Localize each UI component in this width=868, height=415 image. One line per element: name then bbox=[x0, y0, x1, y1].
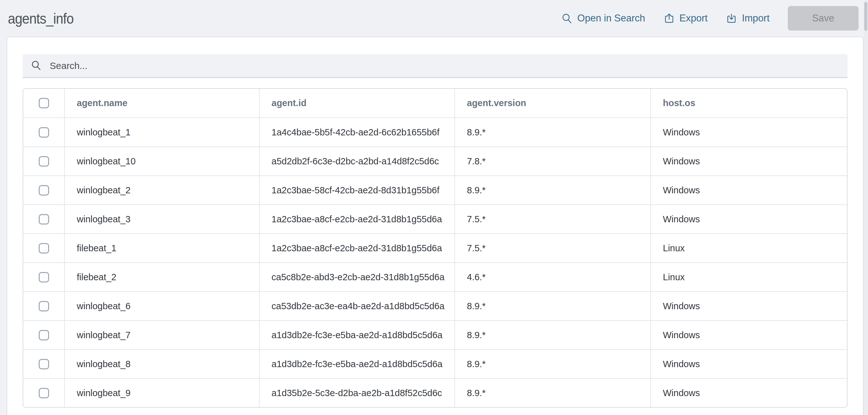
import-label: Import bbox=[742, 12, 770, 24]
column-header-agent-name[interactable]: agent.name bbox=[64, 89, 259, 118]
column-header-host-os[interactable]: host.os bbox=[651, 89, 847, 118]
row-checkbox[interactable] bbox=[39, 156, 49, 167]
table-row: winlogbeat_10 a5d2db2f-6c3e-d2bc-a2bd-a1… bbox=[23, 147, 847, 176]
cell-agent-name: winlogbeat_2 bbox=[64, 176, 259, 205]
cell-agent-id: 1a2c3bae-58cf-42cb-ae2d-8d31b1g55b6f bbox=[259, 176, 455, 205]
cell-host-os: Windows bbox=[651, 379, 847, 407]
scrollbar-track[interactable] bbox=[864, 0, 868, 415]
export-icon bbox=[663, 12, 675, 24]
row-checkbox[interactable] bbox=[39, 272, 49, 283]
save-button[interactable]: Save bbox=[788, 6, 859, 31]
cell-agent-name: filebeat_2 bbox=[64, 263, 259, 292]
cell-host-os: Windows bbox=[651, 118, 847, 147]
search-icon bbox=[31, 60, 49, 72]
toolbar: Open in Search Export bbox=[561, 6, 859, 31]
import-button[interactable]: Import bbox=[726, 12, 770, 24]
cell-agent-version: 8.9.* bbox=[455, 292, 651, 321]
row-checkbox[interactable] bbox=[39, 388, 49, 398]
row-checkbox[interactable] bbox=[39, 243, 49, 254]
row-checkbox[interactable] bbox=[39, 301, 49, 312]
cell-agent-id: a1d3db2e-fc3e-e5ba-ae2d-a1d8bd5c5d6a bbox=[259, 350, 455, 379]
cell-host-os: Linux bbox=[651, 234, 847, 263]
row-select-cell bbox=[23, 350, 64, 379]
cell-agent-name: winlogbeat_1 bbox=[64, 118, 259, 147]
search-box bbox=[23, 54, 847, 78]
row-select-cell bbox=[23, 263, 64, 292]
row-select-cell bbox=[23, 292, 64, 321]
cell-agent-id: 1a2c3bae-a8cf-e2cb-ae2d-31d8b1g55d6a bbox=[259, 234, 455, 263]
cell-agent-id: a1d35b2e-5c3e-d2ba-ae2b-a1d8f52c5d6c bbox=[259, 379, 455, 407]
table-row: winlogbeat_7 a1d3db2e-fc3e-e5ba-ae2d-a1d… bbox=[23, 321, 847, 350]
cell-agent-id: a1d3db2e-fc3e-e5ba-ae2d-a1d8bd5c5d6a bbox=[259, 321, 455, 350]
search-icon bbox=[561, 12, 572, 24]
column-header-agent-version[interactable]: agent.version bbox=[455, 89, 651, 118]
table-row: winlogbeat_1 1a4c4bae-5b5f-42cb-ae2d-6c6… bbox=[23, 118, 847, 147]
export-button[interactable]: Export bbox=[663, 12, 708, 24]
cell-agent-version: 8.9.* bbox=[455, 176, 651, 205]
row-checkbox[interactable] bbox=[39, 185, 49, 196]
row-checkbox[interactable] bbox=[39, 127, 49, 138]
table-row: winlogbeat_8 a1d3db2e-fc3e-e5ba-ae2d-a1d… bbox=[23, 350, 847, 379]
row-select-cell bbox=[23, 147, 64, 176]
cell-agent-version: 7.8.* bbox=[455, 147, 651, 176]
table-row: filebeat_1 1a2c3bae-a8cf-e2cb-ae2d-31d8b… bbox=[23, 234, 847, 263]
cell-agent-name: winlogbeat_8 bbox=[64, 350, 259, 379]
table-row: winlogbeat_6 ca53db2e-ac3e-ea4b-ae2d-a1d… bbox=[23, 292, 847, 321]
table-row: winlogbeat_9 a1d35b2e-5c3e-d2ba-ae2b-a1d… bbox=[23, 379, 847, 407]
row-select-cell bbox=[23, 234, 64, 263]
open-in-search-button[interactable]: Open in Search bbox=[561, 12, 645, 24]
search-input[interactable] bbox=[49, 60, 839, 71]
agents-table: agent.name agent.id agent.version host.o… bbox=[23, 88, 847, 408]
column-header-agent-id[interactable]: agent.id bbox=[259, 89, 455, 118]
row-select-cell bbox=[23, 321, 64, 350]
cell-agent-version: 8.9.* bbox=[455, 379, 651, 407]
cell-agent-name: winlogbeat_9 bbox=[64, 379, 259, 407]
table-header-row: agent.name agent.id agent.version host.o… bbox=[23, 89, 847, 118]
content-card: agent.name agent.id agent.version host.o… bbox=[7, 36, 864, 415]
export-label: Export bbox=[680, 12, 708, 24]
table-body: winlogbeat_1 1a4c4bae-5b5f-42cb-ae2d-6c6… bbox=[23, 118, 847, 407]
cell-agent-name: winlogbeat_3 bbox=[64, 205, 259, 234]
import-icon bbox=[726, 12, 737, 24]
cell-agent-version: 8.9.* bbox=[455, 118, 651, 147]
cell-host-os: Windows bbox=[651, 147, 847, 176]
cell-host-os: Windows bbox=[651, 176, 847, 205]
page: agents_info Open in Search bbox=[0, 0, 868, 415]
row-checkbox[interactable] bbox=[39, 214, 49, 225]
table-row: filebeat_2 ca5c8b2e-abd3-e2cb-ae2d-31d8b… bbox=[23, 263, 847, 292]
cell-agent-name: winlogbeat_7 bbox=[64, 321, 259, 350]
cell-agent-id: ca5c8b2e-abd3-e2cb-ae2d-31d8b1g55d6a bbox=[259, 263, 455, 292]
scrollbar-thumb[interactable] bbox=[864, 2, 867, 31]
cell-host-os: Windows bbox=[651, 205, 847, 234]
cell-agent-version: 4.6.* bbox=[455, 263, 651, 292]
cell-agent-id: 1a2c3bae-a8cf-e2cb-ae2d-31d8b1g55d6a bbox=[259, 205, 455, 234]
cell-agent-name: winlogbeat_6 bbox=[64, 292, 259, 321]
page-title: agents_info bbox=[8, 10, 73, 27]
cell-host-os: Windows bbox=[651, 292, 847, 321]
cell-agent-id: ca53db2e-ac3e-ea4b-ae2d-a1d8bd5c5d6a bbox=[259, 292, 455, 321]
table-row: winlogbeat_3 1a2c3bae-a8cf-e2cb-ae2d-31d… bbox=[23, 205, 847, 234]
top-bar: agents_info Open in Search bbox=[0, 0, 868, 36]
cell-agent-version: 8.9.* bbox=[455, 350, 651, 379]
table-row: winlogbeat_2 1a2c3bae-58cf-42cb-ae2d-8d3… bbox=[23, 176, 847, 205]
row-select-cell bbox=[23, 205, 64, 234]
row-select-cell bbox=[23, 118, 64, 147]
cell-agent-version: 7.5.* bbox=[455, 205, 651, 234]
cell-agent-id: a5d2db2f-6c3e-d2bc-a2bd-a14d8f2c5d6c bbox=[259, 147, 455, 176]
cell-host-os: Windows bbox=[651, 321, 847, 350]
row-checkbox[interactable] bbox=[39, 359, 49, 369]
cell-agent-version: 8.9.* bbox=[455, 321, 651, 350]
cell-agent-version: 7.5.* bbox=[455, 234, 651, 263]
row-checkbox[interactable] bbox=[39, 330, 49, 340]
select-all-checkbox[interactable] bbox=[39, 98, 49, 108]
row-select-cell bbox=[23, 379, 64, 407]
cell-agent-name: winlogbeat_10 bbox=[64, 147, 259, 176]
cell-agent-id: 1a4c4bae-5b5f-42cb-ae2d-6c62b1655b6f bbox=[259, 118, 455, 147]
select-all-cell bbox=[23, 89, 64, 118]
cell-host-os: Windows bbox=[651, 350, 847, 379]
cell-host-os: Linux bbox=[651, 263, 847, 292]
row-select-cell bbox=[23, 176, 64, 205]
open-in-search-label: Open in Search bbox=[577, 12, 645, 24]
cell-agent-name: filebeat_1 bbox=[64, 234, 259, 263]
